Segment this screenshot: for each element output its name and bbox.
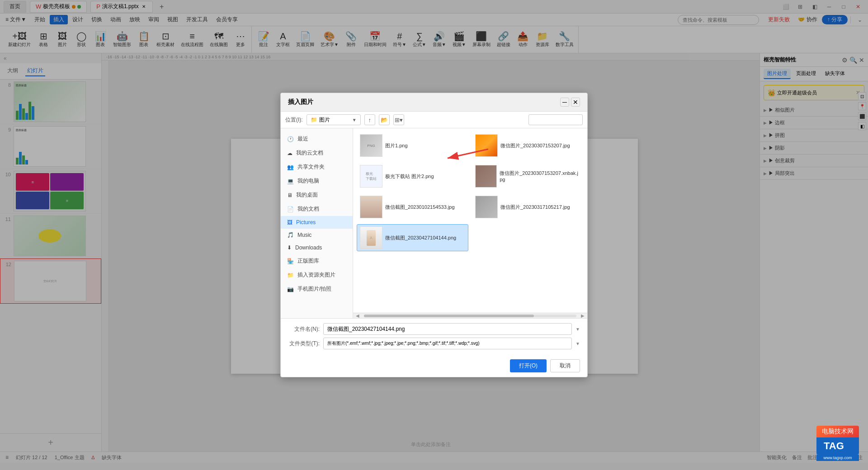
file-item-4[interactable]: 微信图片_20230307153207.xnbak.jpg [472,163,584,190]
filetype-dropdown-icon: ▼ [576,341,580,346]
nav-stock[interactable]: 🏪 正版图库 [281,254,353,268]
file-name-7: 微信截图_20230427104144.png [385,235,456,241]
insert-image-dialog: 插入图片 ─ ✕ 位置(I): 📁 图片 ▼ ↑ 📂 ⊞▾ 🕐 最近 [280,93,588,377]
location-value: 图片 [319,116,350,124]
dialog-search-input[interactable] [528,114,583,125]
stock-icon: 🏪 [287,258,294,264]
nav-up-btn[interactable]: ↑ [364,114,375,125]
file-thumb-4 [475,165,497,188]
shared-folder-icon: 👥 [287,164,294,170]
file-thumb-7: 人 [360,226,382,249]
recent-icon: 🕐 [287,136,294,142]
watermark-bottom: TAG [816,437,859,455]
file-thumb-2 [475,134,498,157]
file-item-2[interactable]: 微信图片_20230307153207.jpg [472,132,584,159]
dialog-nav-sidebar: 🕐 最近 ☁ 我的云文档 👥 共享文件夹 💻 我的电脑 🖥 我的桌面 [281,128,353,318]
file-area: PNG 图片1.png 微信图片_20230307153207.jpg 极光下载… [353,128,587,318]
dialog-footer: 文件名(N): ▼ 文件类型(T): ▼ [281,318,587,357]
footer-row-filename: 文件名(N): ▼ [288,323,580,335]
nav-cloud[interactable]: ☁ 我的云文档 [281,146,353,160]
file-item-5[interactable]: 微信截图_20230102154533.jpg [357,193,468,221]
nav-music[interactable]: 🎵 Music [281,229,353,241]
music-icon: 🎵 [287,232,294,238]
nav-documents[interactable]: 📄 我的文档 [281,202,353,216]
dialog-minimize-btn[interactable]: ─ [560,98,569,107]
cloud-icon: ☁ [287,150,292,156]
scrollbar-track [364,315,576,317]
file-item-3[interactable]: 极光下载站 极光下载站 图片2.png [357,163,468,190]
file-item-1[interactable]: PNG 图片1.png [357,132,468,159]
file-name-5: 微信截图_20230102154533.jpg [385,204,455,210]
dialog-overlay: 插入图片 ─ ✕ 位置(I): 📁 图片 ▼ ↑ 📂 ⊞▾ 🕐 最近 [0,0,868,470]
dialog-body: 🕐 最近 ☁ 我的云文档 👥 共享文件夹 💻 我的电脑 🖥 我的桌面 [281,128,587,318]
location-label: 位置(I): [285,116,303,124]
location-chevron-icon: ▼ [352,118,357,122]
scroll-left-btn[interactable]: ◀ [353,314,362,318]
file-item-6[interactable]: 微信图片_20230317105217.jpg [472,193,584,221]
file-item-7[interactable]: 人 微信截图_20230427104144.png [357,224,468,251]
file-thumb-5 [360,196,382,218]
downloads-icon: ⬇ [287,244,292,251]
nav-recent[interactable]: 🕐 最近 [281,132,353,146]
view-toggle-btn[interactable]: ⊞▾ [393,114,404,125]
watermark-top: 电脑技术网 [816,426,859,437]
file-name-6: 微信图片_20230317105217.jpg [500,204,570,210]
watermark-tag-label: TAG [824,440,844,452]
filename-label: 文件名(N): [288,325,320,333]
resource-folder-icon: 📁 [287,272,294,278]
file-thumb-1: PNG [360,134,382,157]
dialog-toolbar: 位置(I): 📁 图片 ▼ ↑ 📂 ⊞▾ [281,112,587,128]
dialog-close-btn[interactable]: ✕ [571,98,580,107]
file-name-3: 极光下载站 图片2.png [385,173,434,179]
scrollbar-thumb [364,315,534,317]
dialog-action-btns: 打开(O) 取消 [281,357,587,377]
nav-phone-camera[interactable]: 📷 手机图片/拍照 [281,282,353,296]
camera-icon: 📷 [287,286,294,292]
computer-icon: 💻 [287,178,294,184]
footer-row-filetype: 文件类型(T): ▼ [288,338,580,349]
file-name-2: 微信图片_20230307153207.jpg [500,142,570,149]
location-select[interactable]: 📁 图片 ▼ [307,114,361,125]
dialog-title-bar: 插入图片 ─ ✕ [281,93,587,112]
file-thumb-3: 极光下载站 [360,165,382,188]
filename-input[interactable] [323,323,572,335]
filetype-label: 文件类型(T): [288,340,320,348]
desktop-icon: 🖥 [287,192,292,198]
horizontal-scrollbar[interactable]: ◀ ▶ [353,313,587,318]
nav-resource-folder[interactable]: 📁 插入资源夹图片 [281,268,353,282]
folder-icon: 📁 [311,117,317,123]
dialog-title: 插入图片 [288,98,560,106]
file-name-1: 图片1.png [385,142,408,149]
cancel-button[interactable]: 取消 [550,359,580,372]
nav-my-computer[interactable]: 💻 我的电脑 [281,174,353,188]
scroll-right-btn[interactable]: ▶ [578,314,587,318]
documents-icon: 📄 [287,206,294,212]
nav-desktop[interactable]: 🖥 我的桌面 [281,188,353,202]
pictures-icon: 🖼 [287,219,292,226]
nav-pictures[interactable]: 🖼 Pictures [281,216,353,229]
watermark: 电脑技术网 TAG www.tagxp.com [816,426,859,461]
filetype-input[interactable] [323,338,572,349]
file-grid: PNG 图片1.png 微信图片_20230307153207.jpg 极光下载… [353,128,587,313]
nav-downloads[interactable]: ⬇ Downloads [281,241,353,254]
file-name-4: 微信图片_20230307153207.xnbak.jpg [500,170,580,183]
nav-shared-folder[interactable]: 👥 共享文件夹 [281,160,353,174]
watermark-url: www.tagxp.com [816,455,859,461]
new-folder-btn[interactable]: 📂 [379,114,390,125]
filename-dropdown-icon: ▼ [576,327,580,332]
file-thumb-6 [475,196,498,218]
open-button[interactable]: 打开(O) [510,359,547,372]
